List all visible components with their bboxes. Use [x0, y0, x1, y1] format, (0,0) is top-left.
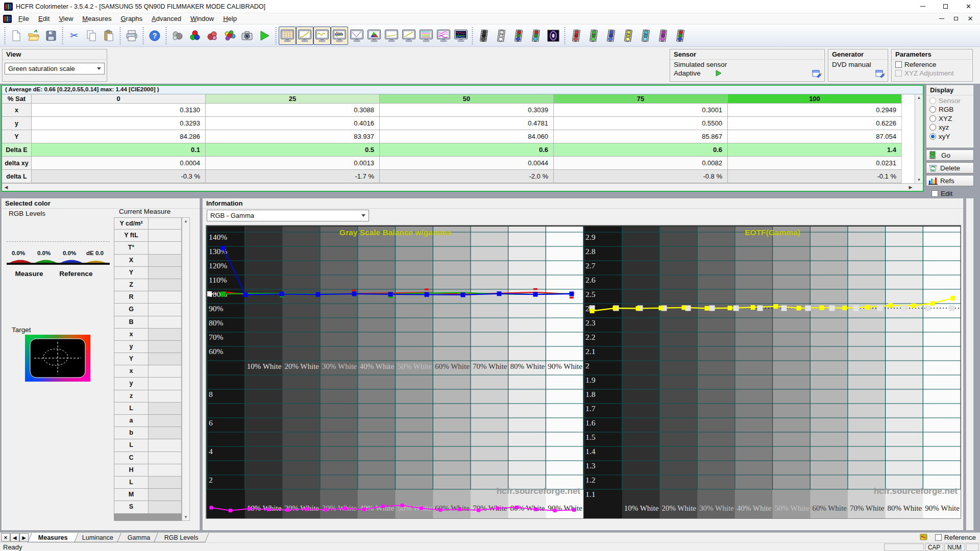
radio-icon[interactable]	[929, 124, 936, 131]
table-cell[interactable]: 0.1	[32, 143, 206, 157]
display-radio-xyz[interactable]: XYZ	[926, 113, 973, 122]
measure-value[interactable]	[149, 365, 182, 378]
toolbar-button-view-nearwhite-curve[interactable]	[313, 27, 331, 45]
toolbar-button-run-measures[interactable]	[256, 27, 273, 45]
measure-value[interactable]	[149, 439, 182, 452]
close-button[interactable]: ✕	[957, 0, 980, 13]
mdi-restore-button[interactable]	[951, 15, 961, 23]
toolbar-button-view-colortemp-lines[interactable]	[418, 27, 435, 45]
toolbar-button-film-blue[interactable]	[602, 27, 620, 45]
menu-view[interactable]: View	[54, 14, 78, 23]
table-cell[interactable]: 0.6226	[728, 117, 902, 130]
toolbar-button-film-red[interactable]	[568, 27, 585, 45]
refs-button[interactable]: Refs	[926, 175, 974, 186]
edit-checkbox[interactable]	[932, 190, 938, 197]
measure-value[interactable]	[149, 452, 182, 464]
reference-checkbox-row[interactable]: Reference	[935, 534, 976, 541]
measure-value[interactable]	[149, 341, 182, 353]
measure-value[interactable]	[149, 477, 182, 489]
close-tab-button[interactable]: ✕	[1, 533, 10, 542]
mdi-minimize-button[interactable]	[937, 15, 946, 23]
table-cell[interactable]: 0.6	[554, 143, 728, 157]
col-header-0[interactable]: 0	[32, 94, 206, 104]
table-cell[interactable]: 0.0231	[728, 157, 902, 170]
toolbar-button-view-gamma-curve[interactable]	[296, 27, 313, 45]
measure-value[interactable]	[149, 230, 182, 242]
graph-type-select[interactable]: RGB - Gamma	[207, 210, 369, 221]
toolbar-button-rgb-balls[interactable]	[186, 27, 204, 45]
table-cell[interactable]: 0.6	[380, 143, 554, 157]
saturation-scale-select[interactable]: Green saturation scale	[5, 63, 105, 74]
delete-button[interactable]: Delete	[926, 162, 974, 173]
table-cell[interactable]: 83.937	[206, 130, 380, 143]
toolbar-button-film-rgbmulti[interactable]	[672, 27, 689, 45]
measure-value[interactable]	[149, 378, 182, 390]
col-header-25[interactable]: 25	[206, 94, 380, 104]
edit-checkbox-row[interactable]: Edit	[928, 189, 956, 197]
toolbar-button-film-yellow[interactable]	[620, 27, 637, 45]
display-radio-rgb[interactable]: RGB	[926, 105, 973, 114]
measure-value[interactable]	[149, 279, 182, 291]
toolbar-button-paste[interactable]	[100, 27, 117, 45]
table-cell[interactable]: 0.0013	[206, 157, 380, 170]
radio-icon[interactable]	[929, 115, 936, 122]
toolbar-button-film-magenta[interactable]	[654, 27, 672, 45]
prev-tab-button[interactable]: ◀	[10, 533, 19, 542]
table-cell[interactable]: 0.5	[206, 143, 380, 157]
toolbar-button-view-cie-diagram[interactable]	[365, 27, 383, 45]
measure-value[interactable]	[149, 427, 182, 439]
toolbar-button-film-light[interactable]	[493, 27, 510, 45]
sensor-config-icon[interactable]	[812, 69, 822, 80]
generator-config-icon[interactable]	[875, 69, 886, 80]
table-cell[interactable]: 0.3001	[554, 104, 728, 117]
menu-window[interactable]: Window	[186, 14, 218, 23]
table-cell[interactable]: 0.4781	[380, 117, 554, 130]
toolbar-button-galaxy[interactable]	[545, 27, 562, 45]
toolbar-button-view-magenta-curves[interactable]	[435, 27, 452, 45]
toolbar-button-new-document[interactable]	[8, 27, 25, 45]
toolbar-button-sensor-red[interactable]	[204, 27, 221, 45]
measure-value[interactable]	[149, 242, 182, 254]
parameter-reference[interactable]: Reference	[892, 60, 972, 68]
toolbar-button-film-rgb-a[interactable]	[510, 27, 527, 45]
measure-value[interactable]	[149, 464, 182, 477]
col-header-50[interactable]: 50	[380, 94, 554, 104]
toolbar-button-copy[interactable]	[83, 27, 100, 45]
toolbar-button-print[interactable]	[123, 27, 140, 45]
tab-rgb-levels[interactable]: RGB Levels	[154, 533, 209, 542]
display-radio-xyz[interactable]: xyz	[926, 122, 973, 132]
toolbar-button-sensor-multi[interactable]	[221, 27, 238, 45]
measure-value[interactable]	[149, 501, 182, 513]
menu-edit[interactable]: Edit	[34, 14, 54, 23]
maximize-button[interactable]	[934, 0, 957, 13]
table-cell[interactable]: 84.060	[380, 130, 554, 143]
table-cell[interactable]: -2.0 %	[380, 170, 554, 183]
toolbar-button-film-cyan[interactable]	[637, 27, 654, 45]
toolbar-button-open-file[interactable]	[25, 27, 42, 45]
toolbar-button-snapshot-camera[interactable]	[238, 27, 256, 45]
table-cell[interactable]: 0.4016	[206, 117, 380, 130]
toolbar-button-film-rgb-b[interactable]	[527, 27, 545, 45]
toolbar-button-view-datagrid[interactable]	[279, 27, 296, 45]
measure-value[interactable]	[149, 489, 182, 501]
radio-icon[interactable]	[929, 106, 936, 113]
tab-measures[interactable]: Measures	[28, 533, 78, 542]
table-cell[interactable]: 0.0082	[554, 157, 728, 170]
toolbar-button-help[interactable]: ?	[146, 27, 163, 45]
sensor-run-icon[interactable]	[715, 70, 722, 77]
table-cell[interactable]: 84.286	[32, 130, 206, 143]
toolbar-button-view-flat-curve[interactable]	[383, 27, 400, 45]
measure-value[interactable]	[149, 291, 182, 304]
right-scrollbar-strip[interactable]	[966, 198, 974, 531]
menu-measures[interactable]: Measures	[78, 14, 116, 23]
reference-checkbox[interactable]	[935, 534, 942, 541]
measure-value[interactable]	[149, 329, 182, 341]
menu-help[interactable]: Help	[218, 14, 241, 23]
table-cell[interactable]: 0.0004	[32, 157, 206, 170]
toolbar-button-cut[interactable]: ✂	[65, 27, 83, 45]
table-cell[interactable]: 0.5500	[554, 117, 728, 130]
measure-value[interactable]	[149, 255, 182, 267]
toolbar-button-view-dark-histogram[interactable]	[452, 27, 470, 45]
table-cell[interactable]: 0.3088	[206, 104, 380, 117]
measure-value[interactable]	[149, 415, 182, 427]
